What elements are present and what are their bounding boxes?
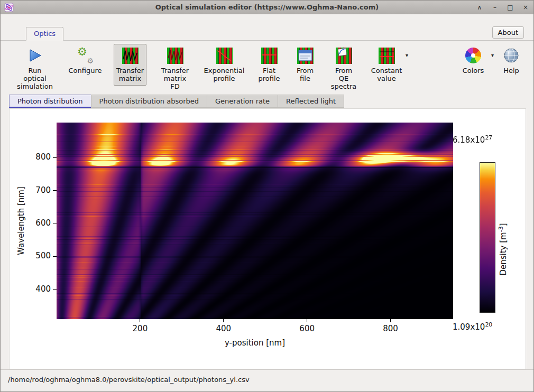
toolbar-label: From file bbox=[297, 67, 314, 83]
y-tick-mark bbox=[53, 190, 57, 191]
x-tick-label: 600 bbox=[291, 324, 323, 333]
y-tick-label: 500 bbox=[27, 251, 51, 260]
plot-panel: Wavelength [nm] y-position [nm] 6.18x102… bbox=[9, 108, 526, 369]
toolbar: Run optical simulation ⚙ ⚙ Configure Tra… bbox=[1, 41, 533, 94]
colorbar bbox=[480, 162, 495, 313]
x-tick-mark bbox=[390, 319, 391, 322]
toolbar-label: Run optical simulation bbox=[16, 67, 53, 91]
exponential-profile-icon bbox=[216, 46, 233, 64]
gears-icon: ⚙ ⚙ bbox=[76, 46, 94, 64]
globe-icon bbox=[503, 46, 519, 64]
flat-profile-icon bbox=[261, 46, 278, 64]
colorbar-min-label: 1.09x1020 bbox=[453, 321, 521, 332]
x-tick-mark bbox=[140, 319, 140, 322]
transfer-matrix-button[interactable]: Transfer matrix bbox=[114, 44, 146, 86]
y-tick-mark bbox=[53, 157, 57, 158]
y-tick-mark bbox=[53, 256, 57, 257]
transfer-matrix-fd-icon bbox=[167, 46, 183, 64]
heatmap-canvas bbox=[57, 123, 453, 319]
from-file-button[interactable]: From file bbox=[293, 44, 317, 86]
colors-dropdown-icon[interactable]: ▾ bbox=[491, 52, 494, 59]
help-button[interactable]: Help bbox=[500, 44, 523, 78]
x-tick-label: 400 bbox=[208, 324, 240, 333]
from-qe-spectra-button[interactable]: From QE spectra bbox=[327, 44, 360, 94]
constant-value-icon bbox=[379, 46, 395, 64]
configure-button[interactable]: ⚙ ⚙ Configure bbox=[67, 44, 103, 78]
plot-tabs: Photon distribution Photon distribution … bbox=[9, 95, 344, 108]
exponential-profile-button[interactable]: Exponential profile bbox=[204, 44, 245, 86]
tab-optics[interactable]: Optics bbox=[26, 27, 63, 41]
x-axis-label: y-position [nm] bbox=[57, 338, 453, 348]
titlebar: Optical simulation editor (https://www.O… bbox=[1, 1, 533, 14]
transfer-matrix-icon bbox=[122, 46, 139, 64]
app-window: Optical simulation editor (https://www.O… bbox=[0, 0, 534, 392]
y-tick-label: 700 bbox=[27, 185, 51, 195]
maximize-button[interactable]: □ bbox=[507, 3, 514, 12]
y-tick-label: 400 bbox=[27, 284, 51, 294]
toolbar-label: Colors bbox=[463, 67, 484, 75]
toolbar-label: Configure bbox=[69, 67, 102, 75]
y-tick-label: 800 bbox=[27, 152, 51, 162]
header-row: Optics About bbox=[1, 14, 533, 41]
toolbar-label: Help bbox=[503, 67, 519, 75]
colorbar-axis-label: Density [m-3] bbox=[498, 204, 508, 294]
constant-value-dropdown-icon[interactable]: ▾ bbox=[406, 52, 408, 59]
toolbar-label: Transfer matrix bbox=[116, 67, 144, 83]
from-qe-spectra-icon bbox=[336, 46, 352, 64]
flat-profile-button[interactable]: Flat profile bbox=[255, 44, 283, 86]
transfer-matrix-fd-button[interactable]: Transfer matrix FD bbox=[157, 44, 193, 94]
shade-button[interactable]: ∧ bbox=[476, 3, 483, 12]
x-tick-label: 200 bbox=[124, 324, 156, 333]
colorbar-max-label: 6.18x1027 bbox=[453, 134, 521, 145]
minimize-button[interactable]: – bbox=[491, 3, 499, 12]
y-axis-label: Wavelength [nm] bbox=[16, 179, 26, 263]
output-file-path: /home/rod/oghma/oghma8.0/perovskite/opti… bbox=[8, 376, 250, 384]
y-tick-label: 600 bbox=[27, 218, 51, 228]
tab-generation-rate[interactable]: Generation rate bbox=[207, 95, 278, 108]
tab-photon-distribution-absorbed[interactable]: Photon distribution absorbed bbox=[91, 95, 207, 108]
toolbar-label: From QE spectra bbox=[330, 67, 357, 91]
from-file-icon bbox=[297, 46, 314, 64]
toolbar-label: Exponential profile bbox=[204, 67, 245, 83]
toolbar-label: Constant value bbox=[371, 67, 402, 83]
color-wheel-icon bbox=[465, 46, 481, 64]
window-title: Optical simulation editor (https://www.O… bbox=[1, 3, 533, 11]
colors-button[interactable]: Colors ▾ bbox=[458, 44, 488, 78]
y-tick-mark bbox=[53, 223, 57, 223]
run-optical-simulation-button[interactable]: Run optical simulation bbox=[13, 44, 57, 94]
close-button[interactable]: × bbox=[522, 3, 529, 12]
statusbar: /home/rod/oghma/oghma8.0/perovskite/opti… bbox=[1, 369, 533, 391]
about-button[interactable]: About bbox=[492, 26, 524, 39]
y-tick-mark bbox=[53, 289, 57, 290]
x-tick-label: 800 bbox=[375, 324, 407, 333]
toolbar-label: Transfer matrix FD bbox=[160, 67, 190, 91]
x-tick-mark bbox=[307, 319, 307, 322]
x-tick-mark bbox=[223, 319, 224, 322]
tab-reflected-light[interactable]: Reflected light bbox=[278, 95, 344, 108]
play-icon bbox=[28, 46, 42, 64]
toolbar-label: Flat profile bbox=[258, 67, 280, 83]
constant-value-button[interactable]: Constant value ▾ bbox=[371, 44, 402, 86]
tab-photon-distribution[interactable]: Photon distribution bbox=[9, 95, 91, 108]
